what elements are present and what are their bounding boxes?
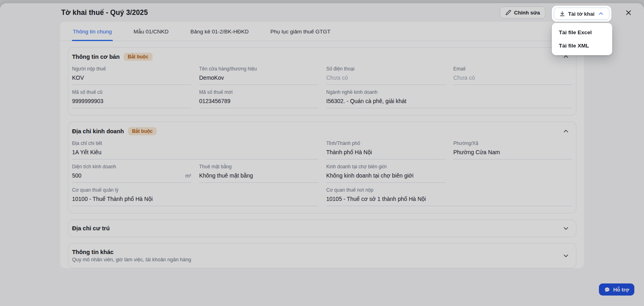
field-value: DemoKov — [199, 74, 318, 85]
download-button-label: Tải tờ khai — [568, 11, 594, 17]
section-other-info-header[interactable]: Thông tin khác Quy mô nhân viên, giờ làm… — [72, 249, 572, 263]
menu-item-download-xml[interactable]: Tải file XML — [552, 39, 612, 52]
field-label: Cơ quan thuế nơi nộp — [326, 187, 573, 193]
field-label: Tỉnh/Thành phố — [326, 141, 446, 146]
business-address-fields: Địa chỉ chi tiết 1A Yết Kiêu Tỉnh/Thành … — [72, 141, 572, 206]
required-badge: Bắt buộc — [128, 127, 157, 135]
section-residence-address: Địa chỉ cư trú — [68, 219, 576, 237]
collapse-chevron-up-icon[interactable] — [563, 128, 572, 134]
field-co-quan-thue-noi-nop: Cơ quan thuế nơi nộp 10105 - Thuế cơ sở … — [326, 187, 573, 206]
pencil-icon — [506, 10, 511, 15]
tab-bar: Thông tin chung Mẫu 01/CNKD Bảng kê 01-2… — [60, 22, 584, 41]
field-thue-mat-bang: Thuê mặt bằng Không thuê mặt bằng — [199, 164, 318, 183]
field-email: Email Chưa có — [453, 66, 572, 85]
tab-mau-01-cnkd[interactable]: Mẫu 01/CNKD — [133, 22, 169, 41]
field-label: Kinh doanh tại chợ biên giới — [326, 164, 446, 170]
field-value: Phường Cửa Nam — [453, 149, 572, 159]
field-label: Tên cửa hàng/thương hiệu — [199, 66, 318, 72]
field-dia-chi-chi-tiet: Địa chỉ chi tiết 1A Yết Kiêu — [72, 141, 318, 159]
section-basic-info-header[interactable]: Thông tin cơ bản Bắt buộc — [72, 53, 572, 61]
download-popover: Tải tờ khai Tải file Excel Tải file XML — [552, 6, 611, 22]
field-label: Số điện thoại — [326, 66, 446, 72]
field-label: Cơ quan thuế quản lý — [72, 187, 318, 193]
field-value: 10100 - Thuế Thành phố Hà Nội — [72, 196, 318, 206]
modal-header: Tờ khai thuế - Quý 3/2025 Chỉnh sửa Tải … — [0, 3, 644, 22]
section-business-address-header[interactable]: Địa chỉ kinh doanh Bắt buộc — [72, 127, 572, 135]
field-value: 0123456789 — [199, 98, 318, 108]
tab-thong-tin-chung[interactable]: Thông tin chung — [72, 22, 113, 41]
chat-bubble-icon — [604, 287, 610, 293]
support-button[interactable]: Hỗ trợ — [599, 283, 634, 296]
field-label: Ngành nghề kinh doanh — [326, 89, 573, 95]
field-value: Thành phố Hà Nội — [326, 149, 446, 159]
edit-button[interactable]: Chỉnh sửa — [500, 6, 545, 19]
tab-bang-ke[interactable]: Bảng kê 01-2/BK-HĐKD — [190, 22, 250, 41]
close-button[interactable] — [623, 8, 634, 18]
field-value-empty: Chưa có — [326, 74, 446, 85]
field-label: Mã số thuế cũ — [72, 89, 191, 95]
menu-item-download-excel[interactable]: Tải file Excel — [552, 26, 612, 39]
field-label: Thuê mặt bằng — [199, 164, 318, 170]
field-tinh-thanh-pho: Tỉnh/Thành phố Thành phố Hà Nội — [326, 141, 446, 159]
section-subtitle: Quy mô nhân viên, giờ làm việc, tài khoả… — [72, 257, 191, 263]
field-value: I56302. - Quán cà phê, giải khát — [326, 98, 573, 108]
field-ma-so-thue-moi: Mã số thuế mới 0123456789 — [199, 89, 318, 108]
section-title: Địa chỉ cư trú — [72, 225, 110, 232]
field-value: KOV — [72, 74, 191, 85]
field-value: 500 — [72, 172, 81, 179]
field-label: Địa chỉ chi tiết — [72, 141, 318, 146]
basic-info-fields: Người nộp thuế KOV Tên cửa hàng/thương h… — [72, 66, 572, 108]
chevron-up-icon — [598, 11, 604, 17]
expand-chevron-down-icon[interactable] — [563, 252, 572, 259]
edit-button-label: Chỉnh sửa — [514, 10, 540, 16]
field-label: Email — [453, 66, 572, 72]
download-icon — [559, 11, 565, 17]
unit-suffix: m² — [185, 173, 191, 179]
field-ten-cua-hang: Tên cửa hàng/thương hiệu DemoKov — [199, 66, 318, 85]
field-so-dien-thoai: Số điện thoại Chưa có — [326, 66, 446, 85]
section-basic-info: Thông tin cơ bản Bắt buộc Người nộp thuế… — [68, 47, 576, 116]
close-icon — [625, 9, 632, 16]
page-title: Tờ khai thuế - Quý 3/2025 — [61, 8, 148, 17]
section-business-address: Địa chỉ kinh doanh Bắt buộc Địa chỉ chi … — [68, 122, 576, 213]
section-residence-address-header[interactable]: Địa chỉ cư trú — [72, 225, 572, 232]
field-nguoi-nop-thue: Người nộp thuế KOV — [72, 66, 191, 85]
field-value: 10105 - Thuế cơ sở 1 thành phố Hà Nội — [326, 196, 573, 206]
section-title: Địa chỉ kinh doanh — [72, 128, 124, 134]
field-label: Người nộp thuế — [72, 66, 191, 72]
support-button-label: Hỗ trợ — [613, 287, 629, 293]
field-co-quan-thue-quan-ly: Cơ quan thuế quản lý 10100 - Thuế Thành … — [72, 187, 318, 206]
field-cho-bien-gioi: Kinh doanh tại chợ biên giới Không kinh … — [326, 164, 446, 183]
field-ma-so-thue-cu: Mã số thuế cũ 9999999903 — [72, 89, 191, 108]
field-nganh-nghe: Ngành nghề kinh doanh I56302. - Quán cà … — [326, 89, 573, 108]
section-other-info: Thông tin khác Quy mô nhân viên, giờ làm… — [68, 243, 576, 268]
field-value-empty: Chưa có — [453, 74, 572, 85]
field-value: 9999999903 — [72, 98, 191, 108]
field-value: Không kinh doanh tại chợ biên giới — [326, 172, 446, 183]
field-value: Không thuê mặt bằng — [199, 172, 318, 183]
expand-chevron-down-icon[interactable] — [563, 225, 572, 232]
field-phuong-xa: Phường/Xã Phường Cửa Nam — [453, 141, 572, 159]
download-dropdown-menu: Tải file Excel Tải file XML — [552, 23, 612, 55]
field-label: Mã số thuế mới — [199, 89, 318, 95]
tab-phu-luc-giam-thue[interactable]: Phụ lục giảm thuế GTGT — [270, 22, 331, 41]
tax-declaration-modal: Tờ khai thuế - Quý 3/2025 Chỉnh sửa Tải … — [0, 3, 644, 306]
download-declaration-button[interactable]: Tải tờ khai — [554, 8, 609, 20]
required-badge: Bắt buộc — [124, 53, 152, 61]
content-panel: Thông tin chung Mẫu 01/CNKD Bảng kê 01-2… — [60, 22, 584, 268]
field-value: 1A Yết Kiêu — [72, 149, 318, 159]
section-title: Thông tin khác — [72, 249, 191, 255]
field-label: Phường/Xã — [453, 141, 572, 146]
field-label: Diện tích kinh doanh — [72, 164, 191, 170]
section-title: Thông tin cơ bản — [72, 54, 120, 60]
field-dien-tich: Diện tích kinh doanh 500 m² — [72, 164, 191, 183]
